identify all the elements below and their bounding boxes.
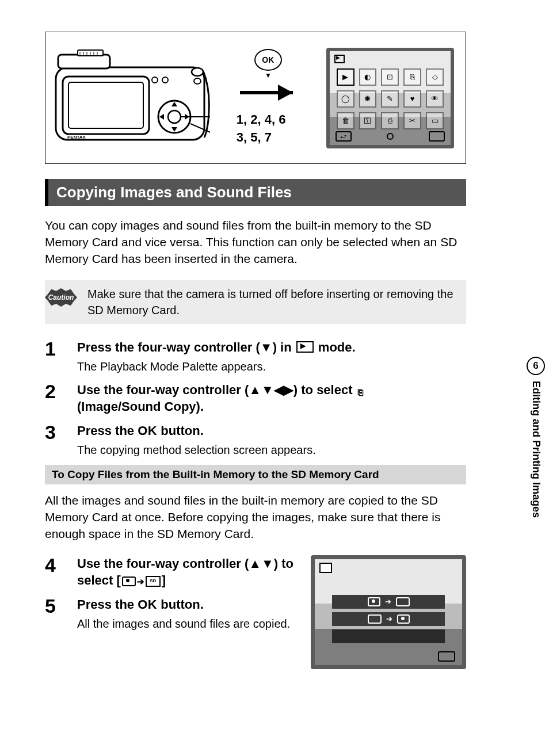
step-5-title: Press the OK button. bbox=[77, 596, 300, 613]
step-5-sub: All the images and sound files are copie… bbox=[77, 616, 300, 632]
menu-row-sd-to-internal: ➔ bbox=[332, 612, 445, 626]
palette-grid: ▶◐⊡⎘◇ ◯✺✎♥👁 🗑⚿⎙✂▭ bbox=[337, 68, 444, 129]
lcd-palette-preview: ▶◐⊡⎘◇ ◯✺✎♥👁 🗑⚿⎙✂▭ ⮐ bbox=[326, 48, 454, 148]
down-arrow-icon: ▼ bbox=[265, 72, 272, 79]
section-title: Copying Images and Sound Files bbox=[45, 179, 466, 206]
subsection-heading: To Copy Files from the Built-in Memory t… bbox=[45, 465, 466, 484]
label-line-1: 1, 2, 4, 6 bbox=[237, 111, 300, 129]
svg-point-12 bbox=[162, 77, 168, 83]
svg-point-13 bbox=[192, 68, 203, 76]
step-number: 3 bbox=[45, 422, 77, 442]
menu-row-internal-to-sd: ➔ bbox=[332, 595, 445, 609]
ok-box-icon bbox=[438, 651, 455, 662]
step-4-title: Use the four-way controller (▲▼) to sele… bbox=[77, 555, 300, 589]
step-1-title: Press the four-way controller (▼) in mod… bbox=[77, 339, 466, 356]
step-number: 1 bbox=[45, 339, 77, 358]
copy-menu-icon bbox=[319, 563, 332, 573]
playback-indicator-icon bbox=[334, 55, 345, 63]
step-number: 5 bbox=[45, 596, 77, 616]
intro-paragraph: You can copy images and sound files from… bbox=[45, 217, 466, 268]
right-arrow-icon bbox=[278, 85, 293, 101]
camera-brand-text: PENTAX bbox=[67, 135, 86, 140]
button-reference-labels: 1, 2, 4, 6 3, 5, 7 bbox=[237, 111, 300, 147]
caution-block: Caution Make sure that the camera is tur… bbox=[45, 280, 466, 324]
step-3-sub: The copying method selection screen appe… bbox=[77, 442, 466, 458]
svg-point-14 bbox=[194, 78, 201, 84]
subsection-paragraph: All the images and sound files in the bu… bbox=[45, 492, 466, 543]
caution-icon: Caution bbox=[45, 288, 77, 307]
svg-rect-10 bbox=[68, 82, 143, 128]
lcd-copy-menu-preview: ➔ ➔ bbox=[311, 555, 466, 669]
steps-group-a: 1 Press the four-way controller (▼) in m… bbox=[45, 339, 466, 458]
ok-arrow-column: OK ▼ 1, 2, 4, 6 3, 5, 7 bbox=[218, 49, 318, 147]
ok-badge: OK bbox=[254, 49, 282, 71]
label-line-2: 3, 5, 7 bbox=[237, 129, 300, 147]
step-3-title: Press the OK button. bbox=[77, 422, 466, 440]
chapter-number: 6 bbox=[527, 357, 545, 375]
caution-text: Make sure that the camera is turned off … bbox=[87, 286, 458, 318]
record-icon bbox=[387, 133, 394, 140]
chapter-tab: 6 Editing and Printing Images bbox=[523, 357, 549, 598]
svg-point-11 bbox=[152, 77, 158, 83]
menu-row-cancel bbox=[332, 629, 445, 643]
ok-box-icon bbox=[429, 131, 445, 142]
image-sound-copy-icon: ⎘ bbox=[358, 388, 363, 396]
step-number: 2 bbox=[45, 381, 77, 401]
svg-rect-1 bbox=[58, 55, 110, 68]
side-margin: 6 Editing and Printing Images 125 bbox=[516, 0, 549, 701]
camera-illustration: PENTAX bbox=[55, 49, 210, 147]
step-number: 4 bbox=[45, 555, 77, 575]
step-1-sub: The Playback Mode Palette appears. bbox=[77, 358, 466, 375]
svg-point-16 bbox=[168, 110, 181, 123]
chapter-title: Editing and Printing Images bbox=[530, 381, 542, 518]
step-2-title: Use the four-way controller (▲▼◀▶) to se… bbox=[77, 381, 466, 415]
diagram-box: PENTAX OK ▼ 1, 2, 4, 6 3, 5, 7 ▶◐⊡⎘◇ ◯✺✎… bbox=[45, 32, 466, 164]
back-icon: ⮐ bbox=[336, 131, 352, 142]
internal-to-sd-icon: ➔SD bbox=[122, 576, 161, 587]
playback-mode-icon bbox=[296, 341, 314, 353]
